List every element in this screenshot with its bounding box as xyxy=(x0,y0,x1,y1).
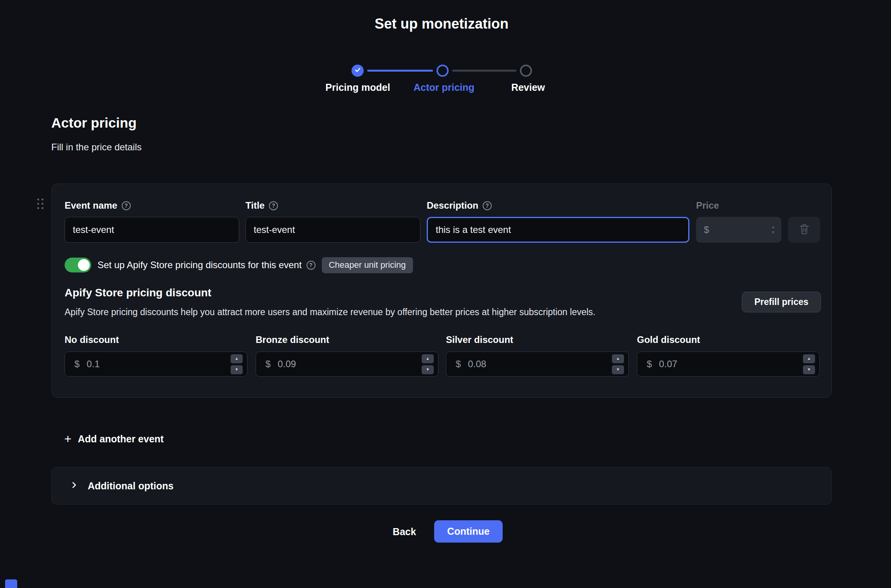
toggle-knob xyxy=(78,259,90,271)
step-actor-pricing-indicator[interactable] xyxy=(436,65,449,77)
discount-section-heading: Apify Store pricing discount xyxy=(65,287,211,299)
title-help-icon[interactable]: ? xyxy=(269,201,278,210)
no-discount-label: No discount xyxy=(65,334,119,345)
section-heading: Actor pricing xyxy=(51,115,137,131)
no-discount-increment-button[interactable]: ▲ xyxy=(231,354,243,363)
silver-discount-label: Silver discount xyxy=(446,334,513,345)
no-discount-value: 0.1 xyxy=(87,359,231,370)
silver-discount-increment-button[interactable]: ▲ xyxy=(612,354,624,363)
gold-discount-value: 0.07 xyxy=(659,359,803,370)
silver-discount-value: 0.08 xyxy=(468,359,612,370)
chevron-right-icon xyxy=(70,481,78,491)
bronze-discount-value: 0.09 xyxy=(278,359,422,370)
price-label: Price xyxy=(696,200,719,211)
gold-discount-increment-button[interactable]: ▲ xyxy=(803,354,815,363)
store-discounts-toggle[interactable] xyxy=(65,258,91,272)
gold-discount-decrement-button[interactable]: ▼ xyxy=(803,365,815,374)
plus-icon: + xyxy=(64,433,72,445)
continue-button[interactable]: Continue xyxy=(434,520,503,543)
event-drag-handle-icon[interactable] xyxy=(37,198,44,209)
event-card: Event name ? Title ? Description ? Price… xyxy=(51,184,832,398)
store-discounts-help-icon[interactable]: ? xyxy=(307,261,316,270)
wizard-stepper: Pricing model Actor pricing Review xyxy=(51,65,832,112)
bronze-discount-decrement-button[interactable]: ▼ xyxy=(422,365,434,374)
no-discount-decrement-button[interactable]: ▼ xyxy=(231,365,243,374)
store-discounts-toggle-label: Set up Apify Store pricing discounts for… xyxy=(97,260,316,271)
description-input[interactable] xyxy=(427,217,689,243)
chat-widget-corner[interactable] xyxy=(5,579,17,588)
bronze-discount-input[interactable]: $ 0.09 ▲ ▼ xyxy=(256,352,438,377)
title-label: Title ? xyxy=(245,200,278,211)
delete-event-button[interactable] xyxy=(788,217,820,243)
store-discounts-toggle-row: Set up Apify Store pricing discounts for… xyxy=(65,257,413,273)
stepper-connector-done xyxy=(367,70,433,72)
description-help-icon[interactable]: ? xyxy=(483,201,492,210)
silver-discount-decrement-button[interactable]: ▼ xyxy=(612,365,624,374)
discount-section-description: Apify Store pricing discounts help you a… xyxy=(65,307,595,317)
event-name-label: Event name ? xyxy=(65,200,131,211)
dollar-prefix: $ xyxy=(456,359,461,370)
title-input[interactable] xyxy=(245,217,420,243)
step-review-indicator[interactable] xyxy=(520,65,532,77)
silver-discount-input[interactable]: $ 0.08 ▲ ▼ xyxy=(446,352,629,377)
add-another-event-button[interactable]: + Add another event xyxy=(64,431,164,447)
bronze-discount-label: Bronze discount xyxy=(256,334,329,345)
page-title: Set up monetization xyxy=(51,16,832,32)
stepper-connector-pending xyxy=(452,70,516,72)
description-label: Description ? xyxy=(427,200,492,211)
additional-options-toggle[interactable]: Additional options xyxy=(51,467,832,505)
step-pricing-model-indicator[interactable] xyxy=(352,65,364,77)
price-stepper-arrows-icon: ▲ ▼ xyxy=(771,225,775,234)
gold-discount-label: Gold discount xyxy=(637,334,700,345)
step-review-label[interactable]: Review xyxy=(465,82,591,93)
dollar-prefix: $ xyxy=(647,359,652,370)
trash-icon xyxy=(798,223,810,236)
dollar-prefix: $ xyxy=(265,359,271,370)
back-button[interactable]: Back xyxy=(381,523,428,540)
event-name-input[interactable] xyxy=(65,217,239,243)
cheaper-unit-pricing-badge: Cheaper unit pricing xyxy=(322,257,413,273)
bronze-discount-increment-button[interactable]: ▲ xyxy=(422,354,434,363)
section-subheading: Fill in the price details xyxy=(51,142,142,153)
check-icon xyxy=(354,67,361,75)
event-name-help-icon[interactable]: ? xyxy=(122,201,131,210)
price-input[interactable]: ▲ ▼ xyxy=(696,217,781,243)
prefill-prices-button[interactable]: Prefill prices xyxy=(742,292,821,312)
no-discount-input[interactable]: $ 0.1 ▲ ▼ xyxy=(65,352,247,377)
dollar-prefix: $ xyxy=(74,359,79,370)
gold-discount-input[interactable]: $ 0.07 ▲ ▼ xyxy=(637,352,820,377)
